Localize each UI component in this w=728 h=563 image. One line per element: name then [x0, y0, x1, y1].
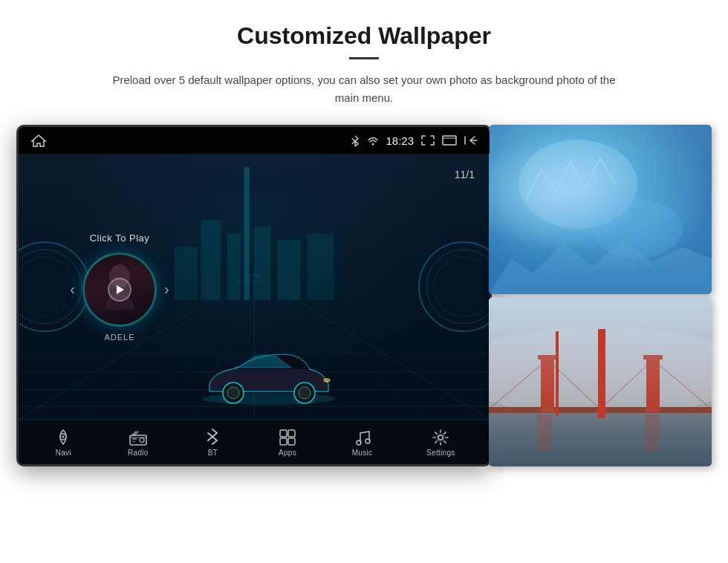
svg-point-41 — [323, 378, 331, 383]
svg-rect-51 — [280, 438, 287, 445]
svg-point-55 — [438, 435, 443, 440]
svg-rect-47 — [132, 438, 137, 440]
time-display: 18:23 — [386, 134, 414, 147]
svg-point-32 — [419, 242, 490, 331]
next-button[interactable]: › — [164, 281, 169, 298]
svg-rect-65 — [538, 355, 557, 359]
car-screen: 18:23 — [16, 125, 492, 466]
svg-line-71 — [653, 359, 712, 409]
wallpaper-thumb-bridge[interactable] — [489, 297, 712, 466]
date-display: 11/1 — [455, 169, 475, 180]
status-bar: 18:23 — [19, 127, 490, 154]
page-container: Customized Wallpaper Preload over 5 defa… — [0, 0, 728, 563]
svg-rect-6 — [247, 207, 249, 210]
navi-label: Navi — [56, 449, 71, 457]
svg-rect-52 — [288, 438, 295, 445]
play-button[interactable] — [108, 278, 131, 302]
svg-line-69 — [547, 359, 600, 409]
artist-label: ADELE — [104, 333, 134, 342]
car-image — [195, 339, 343, 414]
content-row: 18:23 — [30, 125, 698, 466]
svg-point-33 — [426, 250, 490, 324]
svg-rect-50 — [288, 430, 295, 437]
prev-button[interactable]: ‹ — [70, 281, 75, 298]
album-art[interactable] — [82, 253, 157, 327]
thumb-bridge-bg — [489, 297, 712, 466]
expand-icon — [421, 135, 435, 146]
svg-point-45 — [140, 437, 144, 442]
bluetooth-status-icon — [350, 134, 360, 146]
wallpaper-column — [489, 125, 712, 466]
svg-point-58 — [519, 140, 637, 229]
back-icon — [464, 135, 478, 146]
title-divider — [349, 57, 379, 59]
album-area: ‹ — [70, 253, 169, 327]
svg-point-38 — [227, 387, 239, 399]
nav-item-radio[interactable]: Radio — [128, 429, 149, 457]
svg-point-1 — [372, 143, 374, 146]
nav-item-navi[interactable]: Navi — [53, 429, 74, 457]
music-section: Click To Play ‹ — [30, 161, 209, 412]
thumb-ice-bg — [489, 125, 712, 294]
svg-rect-66 — [646, 357, 660, 412]
svg-rect-49 — [280, 430, 287, 437]
settings-label: Settings — [426, 449, 455, 457]
nav-item-music[interactable]: Music — [352, 429, 373, 457]
svg-rect-57 — [489, 125, 712, 294]
nav-item-settings[interactable]: Settings — [426, 429, 455, 457]
nav-item-apps[interactable]: Apps — [277, 429, 298, 457]
wifi-status-icon — [368, 135, 378, 146]
svg-rect-73 — [645, 414, 660, 452]
music-icon — [352, 429, 373, 446]
bottom-nav: Navi Radio — [19, 420, 490, 464]
wallpaper-thumb-ice[interactable] — [489, 125, 712, 294]
page-subtitle: Preload over 5 default wallpaper options… — [104, 71, 624, 107]
svg-marker-0 — [32, 135, 45, 146]
home-icon — [30, 134, 47, 147]
svg-rect-2 — [443, 136, 456, 145]
ice-cave-image — [489, 125, 712, 294]
radio-icon — [128, 429, 149, 446]
screen-main: 11/1 Click To Play ‹ — [19, 154, 490, 420]
svg-point-61 — [489, 327, 712, 416]
svg-line-70 — [600, 359, 653, 409]
settings-icon — [430, 429, 451, 446]
play-triangle — [117, 285, 124, 294]
window-icon — [442, 135, 457, 146]
svg-rect-60 — [489, 297, 712, 466]
apps-label: Apps — [279, 449, 296, 457]
svg-rect-63 — [489, 407, 712, 413]
status-right: 18:23 — [350, 134, 478, 147]
svg-point-43 — [62, 435, 65, 437]
bt-label: BT — [208, 449, 218, 457]
svg-point-59 — [593, 199, 682, 258]
click-to-play-label: Click To Play — [90, 232, 150, 244]
page-title: Customized Wallpaper — [237, 22, 491, 50]
radio-label: Radio — [128, 449, 149, 457]
svg-point-36 — [202, 393, 336, 405]
bridge-image — [489, 297, 712, 466]
nav-item-bt[interactable]: BT — [202, 429, 223, 457]
svg-rect-62 — [489, 412, 712, 466]
svg-rect-72 — [537, 414, 552, 452]
svg-line-68 — [489, 359, 547, 409]
bt-icon — [202, 429, 223, 446]
svg-rect-67 — [643, 355, 663, 359]
status-left — [30, 134, 47, 147]
navi-icon — [53, 429, 74, 446]
music-label: Music — [352, 449, 373, 457]
svg-rect-64 — [541, 357, 554, 412]
right-gauge — [415, 212, 490, 361]
svg-point-34 — [434, 257, 490, 316]
apps-icon — [277, 429, 298, 446]
svg-point-53 — [357, 440, 361, 445]
svg-point-54 — [365, 439, 370, 443]
svg-point-40 — [299, 387, 311, 399]
svg-rect-48 — [132, 440, 135, 442]
